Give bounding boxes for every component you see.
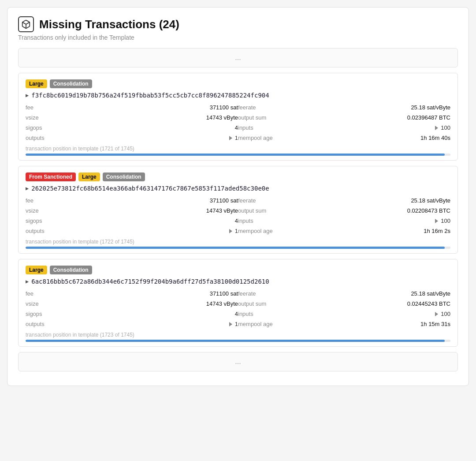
tx-field-value-arrow[interactable]: 1 bbox=[229, 135, 238, 141]
page-title: Missing Transactions (24) bbox=[39, 18, 179, 31]
tx-field-label: inputs bbox=[238, 124, 278, 131]
ellipsis-bottom: ... bbox=[18, 352, 458, 371]
badge-sanctioned: From Sanctioned bbox=[26, 172, 76, 181]
tx-field-label: output sum bbox=[238, 300, 278, 307]
tx-field-label: fee bbox=[26, 104, 65, 111]
tx-fields-right: feerate25.18 sat/vByteoutput sum0.022084… bbox=[238, 196, 450, 235]
tx-badges: LargeConsolidation bbox=[26, 79, 450, 88]
tx-field-value: 14743 vByte bbox=[206, 207, 238, 214]
tx-field-label: sigops bbox=[26, 311, 65, 317]
tx-hash[interactable]: ▶6ac816bbb5c672a86db344e6c7152f99f204b9a… bbox=[26, 278, 450, 285]
tx-field-value: 14743 vByte bbox=[206, 300, 238, 307]
tx-field-label: vsize bbox=[26, 300, 65, 307]
tx-hash[interactable]: ▶f3fc8bc6019d19b78b756a24f519fbbab53f5cc… bbox=[26, 92, 450, 99]
tx-field-row: output sum0.02396487 BTC bbox=[238, 113, 450, 122]
tx-field-label: feerate bbox=[238, 197, 278, 204]
tx-card: LargeConsolidation▶f3fc8bc6019d19b78b756… bbox=[18, 73, 458, 161]
tx-field-row: mempool age1h 16m 2s bbox=[238, 227, 450, 235]
tx-badges: LargeConsolidation bbox=[26, 266, 450, 274]
tx-field-row: sigops4 bbox=[26, 217, 238, 225]
tx-field-row: vsize14743 vByte bbox=[26, 113, 238, 122]
tx-field-value: 4 bbox=[235, 311, 238, 317]
tx-badges: From SanctionedLargeConsolidation bbox=[26, 172, 450, 181]
tx-field-value: 0.02208473 BTC bbox=[407, 207, 450, 214]
tx-field-value: 100 bbox=[441, 311, 450, 317]
tx-hash[interactable]: ▶262025e73812fc68b6514ea366abf463147176c… bbox=[26, 185, 450, 192]
tx-field-label: mempool age bbox=[238, 135, 278, 141]
tx-field-value-arrow[interactable]: 100 bbox=[435, 311, 450, 317]
tx-field-value: 0.02396487 BTC bbox=[407, 114, 450, 121]
tx-field-row: feerate25.18 sat/vByte bbox=[238, 103, 450, 112]
tx-field-value: 1h 16m 40s bbox=[420, 135, 450, 141]
arrow-right-icon bbox=[229, 229, 232, 233]
tx-field-row: sigops4 bbox=[26, 124, 238, 132]
page-header: Missing Transactions (24) bbox=[18, 16, 458, 32]
tx-field-label: inputs bbox=[238, 217, 278, 224]
tx-fields-grid: fee371100 satvsize14743 vBytesigops4outp… bbox=[26, 289, 450, 328]
tx-field-value-arrow[interactable]: 1 bbox=[229, 228, 238, 234]
tx-field-value: 4 bbox=[235, 217, 238, 224]
tx-field-value-arrow[interactable]: 1 bbox=[229, 321, 238, 327]
tx-field-label: mempool age bbox=[238, 321, 278, 327]
arrow-right-icon bbox=[435, 219, 438, 223]
tx-field-row: feerate25.18 sat/vByte bbox=[238, 289, 450, 298]
tx-fields-grid: fee371100 satvsize14743 vBytesigops4outp… bbox=[26, 103, 450, 142]
tx-field-value-arrow[interactable]: 100 bbox=[435, 124, 450, 131]
page-subtitle: Transactions only included in the Templa… bbox=[18, 34, 458, 41]
tx-field-row: outputs1 bbox=[26, 320, 238, 328]
tx-hash-value: 6ac816bbb5c672a86db344e6c7152f99f204b9a6… bbox=[31, 278, 269, 285]
tx-field-row: output sum0.02445243 BTC bbox=[238, 300, 450, 308]
tx-field-value: 371100 sat bbox=[210, 290, 238, 297]
tx-field-row: feerate25.18 sat/vByte bbox=[238, 196, 450, 205]
tx-field-row: outputs1 bbox=[26, 227, 238, 235]
tx-progress-fill bbox=[26, 340, 445, 342]
tx-fields-left: fee371100 satvsize14743 vBytesigops4outp… bbox=[26, 103, 238, 142]
tx-field-row: vsize14743 vByte bbox=[26, 300, 238, 308]
tx-progress-fill bbox=[26, 247, 445, 249]
tx-position: transaction position in template (1721 o… bbox=[26, 146, 450, 152]
tx-field-value: 0.02445243 BTC bbox=[407, 300, 450, 307]
tx-card: LargeConsolidation▶6ac816bbb5c672a86db34… bbox=[18, 259, 458, 347]
tx-expand-arrow[interactable]: ▶ bbox=[26, 185, 29, 191]
ellipsis-top: ... bbox=[18, 48, 458, 67]
badge-consolidation: Consolidation bbox=[50, 266, 92, 274]
tx-position: transaction position in template (1722 o… bbox=[26, 239, 450, 245]
tx-field-value: 1 bbox=[235, 135, 238, 141]
tx-field-value: 371100 sat bbox=[210, 104, 238, 111]
tx-position: transaction position in template (1723 o… bbox=[26, 332, 450, 338]
badge-large: Large bbox=[78, 172, 100, 181]
tx-field-row: vsize14743 vByte bbox=[26, 206, 238, 215]
tx-expand-arrow[interactable]: ▶ bbox=[26, 92, 29, 98]
badge-consolidation: Consolidation bbox=[103, 172, 145, 181]
badge-consolidation: Consolidation bbox=[50, 79, 92, 88]
tx-field-row: inputs100 bbox=[238, 124, 450, 132]
arrow-right-icon bbox=[229, 322, 232, 326]
tx-field-value: 1 bbox=[235, 321, 238, 327]
tx-field-value: 1h 15m 31s bbox=[420, 321, 450, 327]
tx-field-value-arrow[interactable]: 100 bbox=[435, 217, 450, 224]
tx-field-label: vsize bbox=[26, 207, 65, 214]
tx-field-label: vsize bbox=[26, 114, 65, 121]
tx-progress-bar bbox=[26, 340, 450, 342]
tx-field-label: output sum bbox=[238, 114, 278, 121]
tx-field-value: 100 bbox=[441, 217, 450, 224]
tx-field-value: 25.18 sat/vByte bbox=[411, 104, 450, 111]
tx-field-label: sigops bbox=[26, 124, 65, 131]
arrow-right-icon bbox=[229, 136, 232, 140]
tx-field-value: 25.18 sat/vByte bbox=[411, 290, 450, 297]
transactions-container: LargeConsolidation▶f3fc8bc6019d19b78b756… bbox=[18, 73, 458, 347]
tx-field-label: fee bbox=[26, 290, 65, 297]
tx-field-value: 4 bbox=[235, 124, 238, 131]
tx-field-value: 25.18 sat/vByte bbox=[411, 197, 450, 204]
arrow-right-icon bbox=[435, 126, 438, 130]
tx-field-row: outputs1 bbox=[26, 134, 238, 142]
tx-field-value: 1h 16m 2s bbox=[424, 228, 450, 234]
tx-fields-right: feerate25.18 sat/vByteoutput sum0.023964… bbox=[238, 103, 450, 142]
badge-large: Large bbox=[26, 79, 47, 88]
tx-field-label: feerate bbox=[238, 104, 278, 111]
tx-field-value: 100 bbox=[441, 124, 450, 131]
tx-field-label: outputs bbox=[26, 321, 65, 327]
tx-field-label: outputs bbox=[26, 228, 65, 234]
tx-expand-arrow[interactable]: ▶ bbox=[26, 278, 29, 285]
tx-field-label: fee bbox=[26, 197, 65, 204]
